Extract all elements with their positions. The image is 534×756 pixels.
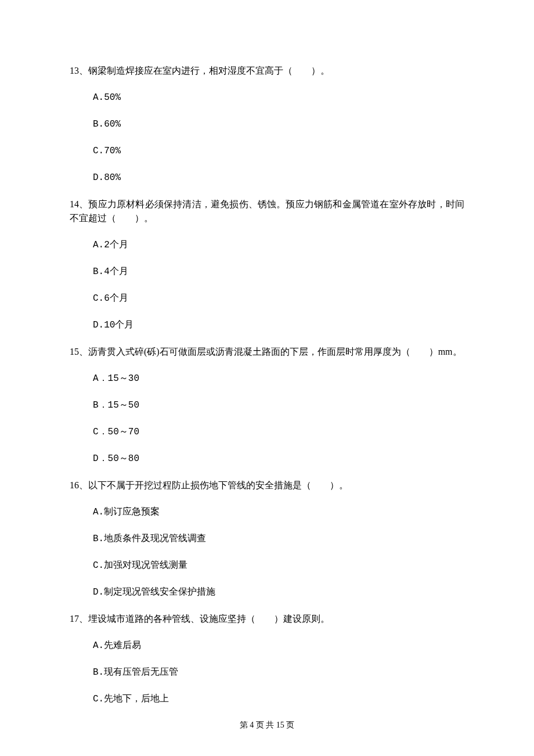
question-17-option-a: A.先难后易 (93, 639, 464, 653)
page-footer: 第 4 页 共 15 页 (70, 719, 464, 731)
question-16-option-c: C.加强对现况管线测量 (93, 559, 464, 573)
question-15-stem: 15、沥青贯入式碎(砾)石可做面层或沥青混凝土路面的下层，作面层时常用厚度为（ … (70, 345, 464, 359)
question-16-option-b: B.地质条件及现况管线调查 (93, 532, 464, 546)
question-14-option-d: D.10个月 (93, 318, 464, 332)
document-page: 13、钢梁制造焊接应在室内进行，相对湿度不宜高于（ ）。 A.50% B.60%… (0, 0, 534, 754)
question-16-option-d: D.制定现况管线安全保护措施 (93, 585, 464, 599)
question-14-option-c: C.6个月 (93, 291, 464, 305)
question-15-option-a: A．15～30 (93, 372, 464, 386)
question-15-option-b: B．15～50 (93, 398, 464, 412)
question-13-stem: 13、钢梁制造焊接应在室内进行，相对湿度不宜高于（ ）。 (70, 64, 464, 78)
question-15-option-d: D．50～80 (93, 452, 464, 466)
question-17-option-c: C.先地下，后地上 (93, 692, 464, 706)
question-17-stem: 17、埋设城市道路的各种管线、设施应坚持（ ）建设原则。 (70, 612, 464, 626)
question-16-stem: 16、以下不属于开挖过程防止损伤地下管线的安全措施是（ ）。 (70, 478, 464, 492)
question-13-option-a: A.50% (93, 91, 464, 105)
question-14-option-a: A.2个月 (93, 238, 464, 252)
question-17-option-b: B.现有压管后无压管 (93, 665, 464, 679)
question-13-option-b: B.60% (93, 117, 464, 131)
question-13-option-d: D.80% (93, 171, 464, 185)
question-15-option-c: C．50～70 (93, 425, 464, 439)
question-14-option-b: B.4个月 (93, 265, 464, 279)
question-14-stem: 14、预应力原材料必须保持清洁，避免损伤、锈蚀。预应力钢筋和金属管道在室外存放时… (70, 197, 464, 225)
question-16-option-a: A.制订应急预案 (93, 505, 464, 519)
question-13-option-c: C.70% (93, 144, 464, 158)
